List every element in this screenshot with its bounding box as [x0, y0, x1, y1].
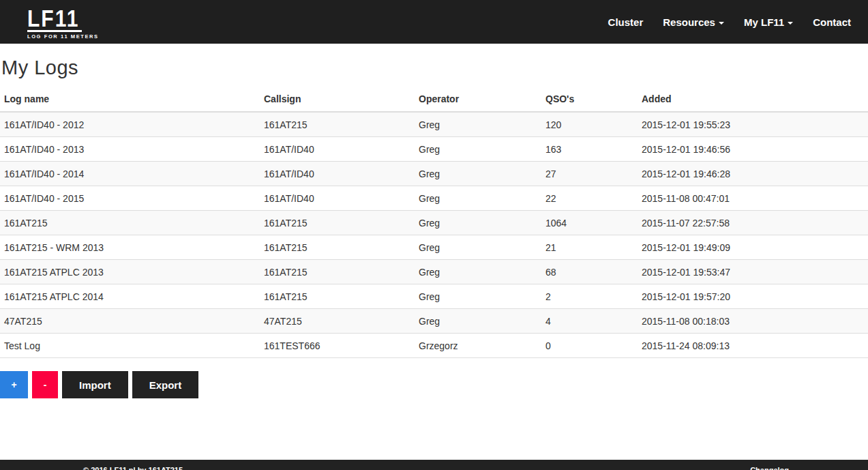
nav-item-cluster[interactable]: Cluster — [608, 16, 644, 28]
footer: © 2016 LF11.pl by 161AT215 Changelog — [0, 460, 868, 470]
nav-item-contact[interactable]: Contact — [813, 16, 851, 28]
cell-operator: Grzegorz — [415, 334, 541, 358]
logs-table-header-row: Log name Callsign Operator QSO's Added — [0, 88, 868, 112]
cell-operator: Greg — [415, 211, 541, 235]
changelog-link[interactable]: Changelog — [750, 466, 789, 470]
table-row[interactable]: 161AT215 ATPLC 2014 161AT215 Greg 2 2015… — [0, 284, 868, 309]
cell-log-name: Test Log — [0, 334, 260, 358]
logo[interactable]: LF11 LOG FOR 11 METERS — [27, 4, 99, 40]
cell-qsos: 163 — [541, 137, 638, 162]
cell-callsign: 161AT/ID40 — [260, 137, 415, 162]
table-row[interactable]: 161AT215 161AT215 Greg 1064 2015-11-07 2… — [0, 211, 868, 235]
caret-down-icon — [719, 22, 724, 25]
cell-callsign: 161AT/ID40 — [260, 162, 415, 186]
cell-operator: Greg — [415, 260, 541, 284]
table-row[interactable]: 161AT/ID40 - 2014 161AT/ID40 Greg 27 201… — [0, 162, 868, 186]
cell-callsign: 161AT/ID40 — [260, 186, 415, 211]
cell-log-name: 161AT215 ATPLC 2014 — [0, 284, 260, 309]
remove-log-button[interactable]: - — [32, 371, 58, 398]
navbar: LF11 LOG FOR 11 METERS Cluster Resources… — [0, 0, 868, 44]
logs-table-body: 161AT/ID40 - 2012 161AT215 Greg 120 2015… — [0, 112, 868, 358]
cell-added: 2015-11-07 22:57:58 — [638, 211, 868, 235]
logo-text: LF11 — [27, 7, 99, 31]
cell-operator: Greg — [415, 284, 541, 309]
cell-qsos: 120 — [541, 112, 638, 137]
logs-table: Log name Callsign Operator QSO's Added 1… — [0, 88, 868, 358]
cell-log-name: 47AT215 — [0, 309, 260, 334]
cell-operator: Greg — [415, 235, 541, 260]
actions-toolbar: + - Import Export — [0, 371, 868, 398]
cell-log-name: 161AT215 ATPLC 2013 — [0, 260, 260, 284]
cell-log-name: 161AT215 - WRM 2013 — [0, 235, 260, 260]
table-row[interactable]: 161AT215 ATPLC 2013 161AT215 Greg 68 201… — [0, 260, 868, 284]
cell-qsos: 2 — [541, 284, 638, 309]
column-header-operator: Operator — [415, 88, 541, 112]
cell-added: 2015-11-08 00:18:03 — [638, 309, 868, 334]
cell-added: 2015-12-01 19:46:56 — [638, 137, 868, 162]
nav-item-label: My LF11 — [744, 16, 784, 28]
cell-callsign: 161AT215 — [260, 284, 415, 309]
cell-log-name: 161AT/ID40 - 2015 — [0, 186, 260, 211]
cell-operator: Greg — [415, 112, 541, 137]
cell-qsos: 68 — [541, 260, 638, 284]
cell-callsign: 161AT215 — [260, 260, 415, 284]
import-button[interactable]: Import — [62, 371, 128, 398]
cell-callsign: 161AT215 — [260, 112, 415, 137]
cell-qsos: 22 — [541, 186, 638, 211]
table-row[interactable]: 161AT/ID40 - 2013 161AT/ID40 Greg 163 20… — [0, 137, 868, 162]
cell-operator: Greg — [415, 186, 541, 211]
nav-item-label: Contact — [813, 16, 851, 28]
cell-added: 2015-12-01 19:53:47 — [638, 260, 868, 284]
copyright-text: © 2016 LF11.pl by 161AT215 — [83, 466, 183, 470]
cell-log-name: 161AT/ID40 - 2014 — [0, 162, 260, 186]
caret-down-icon — [788, 22, 793, 25]
column-header-qsos: QSO's — [541, 88, 638, 112]
cell-callsign: 161TEST666 — [260, 334, 415, 358]
logo-tagline: LOG FOR 11 METERS — [27, 33, 99, 40]
table-row[interactable]: Test Log 161TEST666 Grzegorz 0 2015-11-2… — [0, 334, 868, 358]
cell-qsos: 0 — [541, 334, 638, 358]
nav-item-resources[interactable]: Resources — [663, 16, 724, 28]
table-row[interactable]: 161AT/ID40 - 2012 161AT215 Greg 120 2015… — [0, 112, 868, 137]
cell-added: 2015-12-01 19:49:09 — [638, 235, 868, 260]
cell-operator: Greg — [415, 162, 541, 186]
cell-log-name: 161AT215 — [0, 211, 260, 235]
cell-qsos: 27 — [541, 162, 638, 186]
cell-qsos: 4 — [541, 309, 638, 334]
export-button[interactable]: Export — [132, 371, 199, 398]
table-row[interactable]: 161AT/ID40 - 2015 161AT/ID40 Greg 22 201… — [0, 186, 868, 211]
cell-added: 2015-11-24 08:09:13 — [638, 334, 868, 358]
cell-callsign: 161AT215 — [260, 211, 415, 235]
add-log-button[interactable]: + — [0, 371, 28, 398]
column-header-log-name: Log name — [0, 88, 260, 112]
nav-item-label: Cluster — [608, 16, 644, 28]
table-row[interactable]: 47AT215 47AT215 Greg 4 2015-11-08 00:18:… — [0, 309, 868, 334]
cell-operator: Greg — [415, 137, 541, 162]
column-header-added: Added — [638, 88, 868, 112]
table-row[interactable]: 161AT215 - WRM 2013 161AT215 Greg 21 201… — [0, 235, 868, 260]
nav-menu: Cluster Resources My LF11 Contact — [608, 16, 851, 28]
cell-log-name: 161AT/ID40 - 2013 — [0, 137, 260, 162]
cell-qsos: 1064 — [541, 211, 638, 235]
main-content: My Logs Log name Callsign Operator QSO's… — [0, 57, 868, 460]
cell-log-name: 161AT/ID40 - 2012 — [0, 112, 260, 137]
page-title: My Logs — [1, 57, 868, 79]
cell-callsign: 161AT215 — [260, 235, 415, 260]
cell-operator: Greg — [415, 309, 541, 334]
cell-qsos: 21 — [541, 235, 638, 260]
cell-added: 2015-12-01 19:57:20 — [638, 284, 868, 309]
cell-added: 2015-12-01 19:46:28 — [638, 162, 868, 186]
column-header-callsign: Callsign — [260, 88, 415, 112]
nav-item-my-lf11[interactable]: My LF11 — [744, 16, 793, 28]
cell-callsign: 47AT215 — [260, 309, 415, 334]
cell-added: 2015-11-08 00:47:01 — [638, 186, 868, 211]
nav-item-label: Resources — [663, 16, 715, 28]
cell-added: 2015-12-01 19:55:23 — [638, 112, 868, 137]
